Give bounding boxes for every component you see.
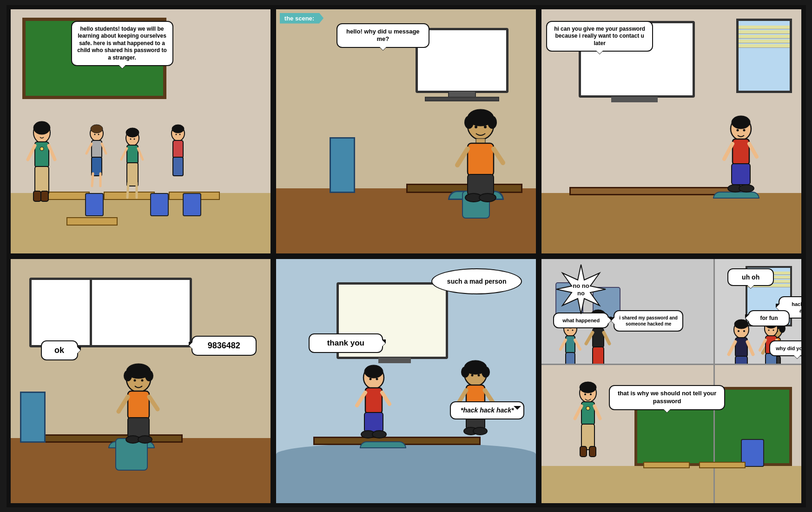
svg-rect-10 xyxy=(41,191,48,201)
svg-rect-66 xyxy=(128,391,149,419)
svg-line-148 xyxy=(594,406,600,419)
svg-point-22 xyxy=(126,128,139,137)
svg-rect-101 xyxy=(593,328,604,348)
svg-rect-54 xyxy=(733,139,749,165)
svg-line-26 xyxy=(121,148,127,160)
svg-line-45 xyxy=(457,149,468,165)
panel-4: ok 9836482 xyxy=(9,258,272,505)
svg-point-1 xyxy=(33,121,50,134)
svg-line-77 xyxy=(357,392,365,406)
svg-line-46 xyxy=(494,149,503,163)
svg-point-2 xyxy=(39,133,41,134)
svg-point-71 xyxy=(138,436,152,443)
scene-label: the scene: xyxy=(280,13,323,24)
svg-line-78 xyxy=(382,392,389,404)
svg-point-14 xyxy=(98,133,99,135)
svg-point-42 xyxy=(484,126,487,128)
panel-5: thank you such a mad person *hack hack h… xyxy=(275,258,537,505)
svg-point-33 xyxy=(175,133,177,135)
svg-point-87 xyxy=(478,374,480,376)
student1-character xyxy=(83,123,111,193)
svg-line-120 xyxy=(729,342,735,354)
svg-point-93 xyxy=(473,427,487,435)
svg-rect-8 xyxy=(35,166,49,194)
panel-6: no no no what happened i shared my passw… xyxy=(540,258,803,505)
svg-rect-151 xyxy=(589,446,596,457)
svg-point-118 xyxy=(743,330,745,332)
svg-point-41 xyxy=(475,126,477,128)
svg-rect-36 xyxy=(173,157,183,176)
svg-line-67 xyxy=(119,397,128,412)
svg-point-143 xyxy=(584,393,586,395)
svg-rect-25 xyxy=(127,145,138,164)
svg-line-147 xyxy=(575,406,581,419)
uh-oh-bubble: uh oh xyxy=(727,268,774,286)
svg-point-40 xyxy=(488,116,497,129)
shared-password-bubble: i shared my password and someone hacked … xyxy=(614,310,683,332)
svg-point-110 xyxy=(572,329,574,331)
svg-line-6 xyxy=(28,146,35,160)
panel-2: the scene: hello! why did u message me? xyxy=(275,8,537,255)
child-character-p3 xyxy=(718,115,764,199)
svg-rect-69 xyxy=(128,418,149,437)
svg-rect-149 xyxy=(581,424,594,450)
teacher-character xyxy=(22,105,62,207)
svg-point-51 xyxy=(732,116,750,129)
svg-point-64 xyxy=(133,379,136,381)
svg-point-39 xyxy=(464,116,474,129)
svg-line-55 xyxy=(724,144,733,159)
mad-person-bubble: such a mad person xyxy=(431,268,522,294)
svg-point-53 xyxy=(743,129,746,131)
lesson-bubble: that is why we should not tell your pass… xyxy=(609,385,725,410)
svg-point-12 xyxy=(91,125,103,133)
svg-point-49 xyxy=(479,193,496,202)
svg-line-103 xyxy=(604,332,609,344)
svg-point-24 xyxy=(133,138,135,140)
svg-line-68 xyxy=(149,397,158,409)
svg-point-52 xyxy=(737,129,739,131)
thank-you-bubble: thank you xyxy=(309,333,383,353)
svg-rect-4 xyxy=(35,142,49,167)
svg-point-85 xyxy=(482,366,490,378)
svg-point-142 xyxy=(580,382,596,393)
svg-point-117 xyxy=(738,330,739,332)
svg-line-7 xyxy=(49,146,55,160)
svg-point-73 xyxy=(364,365,383,378)
svg-point-146 xyxy=(586,406,590,410)
svg-rect-76 xyxy=(365,388,382,413)
svg-point-109 xyxy=(568,329,569,331)
svg-line-112 xyxy=(561,340,566,349)
svg-rect-44 xyxy=(468,143,494,176)
svg-point-3 xyxy=(43,133,45,134)
svg-line-102 xyxy=(586,332,593,344)
svg-rect-47 xyxy=(468,174,494,195)
svg-text:no: no xyxy=(577,290,585,297)
svg-line-17 xyxy=(102,144,106,153)
why-hack-bubble: why did you hack xyxy=(769,340,803,356)
svg-point-74 xyxy=(369,378,371,380)
child-character-p5 xyxy=(350,365,397,448)
svg-point-59 xyxy=(739,185,754,192)
for-fun-bubble: for fun xyxy=(748,310,790,327)
svg-point-32 xyxy=(172,125,184,133)
svg-text:no no: no no xyxy=(573,282,589,289)
svg-line-56 xyxy=(749,144,757,157)
svg-rect-57 xyxy=(732,164,750,185)
panel-3: hi can you give me your password because… xyxy=(540,8,803,255)
hacker-character-p2 xyxy=(453,109,508,202)
intro-bubble: hello students! today we will be learnin… xyxy=(71,21,173,66)
student2-character xyxy=(118,128,148,202)
svg-line-27 xyxy=(138,148,143,160)
no-starburst: no no no xyxy=(555,264,607,315)
svg-point-63 xyxy=(145,370,153,381)
ok-bubble: ok xyxy=(41,340,78,360)
svg-rect-145 xyxy=(581,402,594,425)
svg-point-13 xyxy=(94,133,95,135)
panel-1: hello students! today we will be learnin… xyxy=(9,8,272,255)
svg-marker-94 xyxy=(556,265,606,314)
svg-rect-119 xyxy=(735,338,747,357)
svg-point-34 xyxy=(179,133,180,135)
svg-line-138 xyxy=(760,340,766,350)
svg-line-90 xyxy=(485,390,493,403)
svg-line-121 xyxy=(747,342,753,354)
